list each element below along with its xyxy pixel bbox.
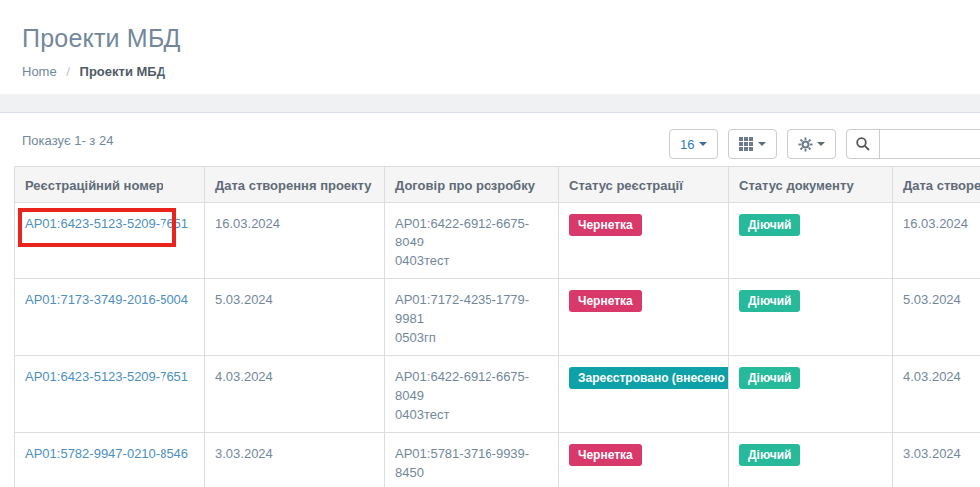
- contract-name: 0303тест: [395, 482, 548, 487]
- table-row[interactable]: AP01:6423-5123-5209-7651 16.03.2024 AP01…: [15, 203, 980, 279]
- doc-status-cell: Діючий: [729, 279, 893, 356]
- magnifier-icon: [855, 136, 871, 152]
- search-box: [846, 129, 980, 159]
- content-panel: Показує 1- з 24 Реєстраційний номер Дата…: [0, 133, 980, 487]
- contract-cell: AP01:5781-3716-9939-8450 0303тест: [385, 433, 559, 487]
- column-header-contract[interactable]: Договір про розробку: [385, 167, 559, 203]
- column-header-reg-status[interactable]: Статус реєстрації: [559, 167, 729, 203]
- doc-created-cell: 5.03.2024: [893, 279, 980, 356]
- breadcrumb-home-link[interactable]: Home: [22, 64, 57, 79]
- doc-status-cell: Діючий: [729, 203, 893, 279]
- reg-status-cell: Зареєстровано (внесено реєст: [559, 356, 729, 433]
- column-selection-dropdown-button[interactable]: [728, 129, 777, 159]
- caret-down-icon: [758, 142, 766, 146]
- reg-number-link[interactable]: AP01:5782-9947-0210-8546: [25, 446, 188, 461]
- column-header-doc-status[interactable]: Статус документу: [729, 167, 893, 203]
- project-created-cell: 3.03.2024: [205, 433, 385, 487]
- doc-status-cell: Діючий: [729, 433, 893, 487]
- caret-down-icon: [699, 142, 707, 146]
- reg-status-cell: Чернетка: [559, 203, 729, 279]
- reg-number-link[interactable]: AP01:7173-3749-2016-5004: [25, 292, 188, 307]
- breadcrumb-current: Проекти МБД: [80, 64, 165, 79]
- grid-toolbar: 16: [669, 129, 980, 159]
- reg-status-badge: Чернетка: [569, 290, 642, 312]
- table-row[interactable]: AP01:5782-9947-0210-8546 3.03.2024 AP01:…: [15, 433, 980, 487]
- search-addon: [847, 130, 880, 158]
- reg-status-cell: Чернетка: [559, 279, 729, 356]
- doc-status-cell: Діючий: [729, 356, 893, 433]
- table-header-row: Реєстраційний номер Дата створення проек…: [15, 167, 980, 203]
- contract-number: AP01:6422-6912-6675-8049: [395, 367, 548, 405]
- page-size-value: 16: [680, 137, 694, 152]
- contract-name: 0503гп: [395, 328, 548, 347]
- reg-status-badge: Зареєстровано (внесено реєст: [569, 367, 729, 389]
- caret-down-icon: [817, 142, 825, 146]
- contract-name: 0403тест: [395, 405, 548, 424]
- reg-status-badge: Чернетка: [569, 444, 642, 466]
- table-grid-icon: [739, 137, 753, 151]
- settings-dropdown-button[interactable]: [787, 129, 836, 159]
- doc-status-badge: Діючий: [739, 444, 800, 466]
- project-created-cell: 5.03.2024: [205, 279, 385, 356]
- doc-status-badge: Діючий: [739, 290, 800, 312]
- doc-status-badge: Діючий: [739, 367, 800, 389]
- search-input[interactable]: [880, 130, 980, 158]
- contract-number: AP01:6422-6912-6675-8049: [395, 214, 548, 251]
- breadcrumb: Home / Проекти МБД: [22, 64, 958, 79]
- column-header-doc-created[interactable]: Дата створення: [893, 167, 980, 203]
- contract-number: AP01:5781-3716-9939-8450: [395, 444, 548, 482]
- contract-name: 0403тест: [395, 251, 548, 270]
- doc-created-cell: 16.03.2024: [893, 203, 980, 279]
- contract-cell: AP01:6422-6912-6675-8049 0403тест: [385, 356, 559, 433]
- gear-icon: [798, 137, 813, 152]
- reg-number-link[interactable]: AP01:6423-5123-5209-7651: [25, 369, 188, 384]
- project-created-cell: 16.03.2024: [205, 203, 385, 279]
- reg-status-cell: Чернетка: [559, 433, 729, 487]
- doc-created-cell: 3.03.2024: [893, 433, 980, 487]
- page-header: Проекти МБД Home / Проекти МБД: [0, 0, 980, 79]
- column-header-project-created[interactable]: Дата створення проекту: [205, 167, 385, 203]
- section-divider-band: [0, 94, 980, 113]
- doc-created-cell: 4.03.2024: [893, 356, 980, 433]
- project-created-cell: 4.03.2024: [205, 356, 385, 433]
- column-header-reg-number[interactable]: Реєстраційний номер: [15, 167, 205, 203]
- doc-status-badge: Діючий: [739, 214, 800, 236]
- projects-table: Реєстраційний номер Дата створення проек…: [14, 166, 980, 487]
- page-title: Проекти МБД: [22, 24, 958, 53]
- reg-number-link[interactable]: AP01:6423-5123-5209-7651: [25, 216, 188, 231]
- reg-status-badge: Чернетка: [569, 214, 642, 236]
- contract-cell: AP01:7172-4235-1779-9981 0503гп: [385, 279, 559, 356]
- table-row[interactable]: AP01:6423-5123-5209-7651 4.03.2024 AP01:…: [15, 356, 980, 433]
- breadcrumb-separator: /: [66, 64, 70, 79]
- contract-cell: AP01:6422-6912-6675-8049 0403тест: [385, 203, 559, 279]
- table-row[interactable]: AP01:7173-3749-2016-5004 5.03.2024 AP01:…: [15, 279, 980, 356]
- table-body: AP01:6423-5123-5209-7651 16.03.2024 AP01…: [15, 203, 980, 487]
- contract-number: AP01:7172-4235-1779-9981: [395, 290, 548, 328]
- page-size-dropdown-button[interactable]: 16: [669, 129, 718, 159]
